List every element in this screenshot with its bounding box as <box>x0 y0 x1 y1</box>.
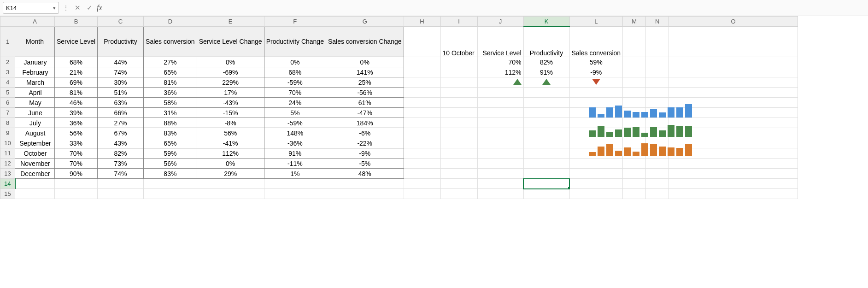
cell-I1[interactable]: 10 October <box>440 27 477 57</box>
cell-A12[interactable]: November <box>15 159 55 169</box>
cell-G4[interactable]: 25% <box>326 77 404 88</box>
cell-N4[interactable] <box>646 77 669 88</box>
cell-G9[interactable]: -6% <box>326 128 404 138</box>
cell-O13[interactable] <box>669 169 798 179</box>
cell-J3[interactable]: 112% <box>477 67 523 77</box>
col-header-M[interactable]: M <box>623 17 646 27</box>
row-header-14[interactable]: 14 <box>0 179 15 189</box>
cell-K11[interactable] <box>523 148 569 159</box>
cell-J10[interactable] <box>477 138 523 148</box>
cell-B12[interactable]: 70% <box>55 159 98 169</box>
cell-H5[interactable] <box>404 88 440 98</box>
cell-A13[interactable]: December <box>15 169 55 179</box>
cell-J4[interactable] <box>477 77 523 88</box>
cell-H11[interactable] <box>404 148 440 159</box>
cell-E10[interactable]: -41% <box>197 138 264 148</box>
cell-H10[interactable] <box>404 138 440 148</box>
cell-N14[interactable] <box>646 179 669 189</box>
cell-C14[interactable] <box>98 179 144 189</box>
cell-A4[interactable]: March <box>15 77 55 88</box>
cell-M1[interactable] <box>623 27 646 57</box>
cell-K4[interactable] <box>523 77 569 88</box>
cell-E12[interactable]: 0% <box>197 159 264 169</box>
cell-O2[interactable] <box>669 57 798 67</box>
cell-G11[interactable]: -9% <box>326 148 404 159</box>
cell-M3[interactable] <box>623 67 646 77</box>
cell-B1[interactable]: Service Level <box>55 27 98 57</box>
cell-D8[interactable]: 88% <box>144 118 197 128</box>
cell-J1[interactable]: Service Level <box>477 27 523 57</box>
cell-E5[interactable]: 17% <box>197 88 264 98</box>
cell-J12[interactable] <box>477 159 523 169</box>
cell-K1[interactable]: Productivity <box>523 27 569 57</box>
cell-E9[interactable]: 56% <box>197 128 264 138</box>
cell-H14[interactable] <box>404 179 440 189</box>
cell-I5[interactable] <box>440 88 477 98</box>
fx-icon[interactable]: fx <box>97 4 102 12</box>
cell-F8[interactable]: -59% <box>264 118 326 128</box>
cell-B2[interactable]: 68% <box>55 57 98 67</box>
cell-I6[interactable] <box>440 98 477 108</box>
cell-B5[interactable]: 81% <box>55 88 98 98</box>
row-header-11[interactable]: 11 <box>0 148 15 159</box>
cell-O15[interactable] <box>669 189 798 199</box>
cell-A9[interactable]: August <box>15 128 55 138</box>
col-header-B[interactable]: B <box>55 17 98 27</box>
col-header-O[interactable]: O <box>669 17 798 27</box>
cell-H13[interactable] <box>404 169 440 179</box>
cell-E3[interactable]: -69% <box>197 67 264 77</box>
row-header-9[interactable]: 9 <box>0 128 15 138</box>
cell-K15[interactable] <box>523 189 569 199</box>
cell-E2[interactable]: 0% <box>197 57 264 67</box>
row-header-15[interactable]: 15 <box>0 189 15 199</box>
cell-A6[interactable]: May <box>15 98 55 108</box>
cell-G15[interactable] <box>326 189 404 199</box>
cell-G7[interactable]: -47% <box>326 108 404 118</box>
col-header-E[interactable]: E <box>197 17 264 27</box>
cell-B3[interactable]: 21% <box>55 67 98 77</box>
cell-I14[interactable] <box>440 179 477 189</box>
cell-A5[interactable]: April <box>15 88 55 98</box>
row-header-6[interactable]: 6 <box>0 98 15 108</box>
cell-E7[interactable]: -15% <box>197 108 264 118</box>
cell-K13[interactable] <box>523 169 569 179</box>
cell-B15[interactable] <box>55 189 98 199</box>
cell-C13[interactable]: 74% <box>98 169 144 179</box>
cell-L2[interactable]: 59% <box>569 57 623 67</box>
cell-L3[interactable]: -9% <box>569 67 623 77</box>
cell-E11[interactable]: 112% <box>197 148 264 159</box>
cell-A11[interactable]: October <box>15 148 55 159</box>
cell-F4[interactable]: -59% <box>264 77 326 88</box>
cell-K7[interactable] <box>523 108 569 118</box>
cell-C11[interactable]: 82% <box>98 148 144 159</box>
cell-O1[interactable] <box>669 27 798 57</box>
cell-M13[interactable] <box>623 169 646 179</box>
cell-M2[interactable] <box>623 57 646 67</box>
cell-B14[interactable] <box>55 179 98 189</box>
cell-D5[interactable]: 36% <box>144 88 197 98</box>
cell-O14[interactable] <box>669 179 798 189</box>
cell-J7[interactable] <box>477 108 523 118</box>
cell-G2[interactable]: 0% <box>326 57 404 67</box>
cell-A7[interactable]: June <box>15 108 55 118</box>
cancel-icon[interactable]: ✕ <box>73 4 82 12</box>
cell-D10[interactable]: 65% <box>144 138 197 148</box>
cell-J14[interactable] <box>477 179 523 189</box>
cell-D11[interactable]: 59% <box>144 148 197 159</box>
cell-C9[interactable]: 67% <box>98 128 144 138</box>
cell-H7[interactable] <box>404 108 440 118</box>
col-header-D[interactable]: D <box>144 17 197 27</box>
cell-G3[interactable]: 141% <box>326 67 404 77</box>
cell-J6[interactable] <box>477 98 523 108</box>
row-header-12[interactable]: 12 <box>0 159 15 169</box>
cell-J8[interactable] <box>477 118 523 128</box>
cell-J2[interactable]: 70% <box>477 57 523 67</box>
cell-B8[interactable]: 36% <box>55 118 98 128</box>
cell-B13[interactable]: 90% <box>55 169 98 179</box>
cell-H6[interactable] <box>404 98 440 108</box>
cell-D3[interactable]: 65% <box>144 67 197 77</box>
cell-H4[interactable] <box>404 77 440 88</box>
cell-E6[interactable]: -43% <box>197 98 264 108</box>
cell-F15[interactable] <box>264 189 326 199</box>
cell-I3[interactable] <box>440 67 477 77</box>
